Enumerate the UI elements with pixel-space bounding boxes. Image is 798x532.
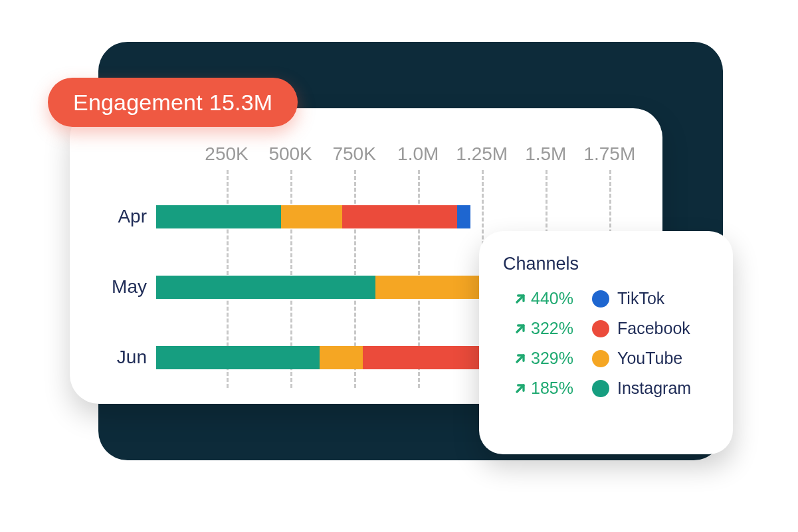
bar-row: Apr: [76, 203, 648, 230]
legend-percent: 185%: [531, 379, 587, 398]
x-tick-label: 250K: [205, 143, 248, 165]
engagement-badge-value: 15.3M: [209, 90, 273, 116]
category-label: Apr: [76, 206, 156, 227]
legend-percent: 440%: [531, 289, 587, 308]
x-tick-label: 1.0M: [397, 143, 439, 165]
bar-segment-facebook: [342, 205, 457, 228]
legend-percent: 322%: [531, 319, 587, 338]
category-label: May: [76, 276, 156, 298]
bar-segment-youtube: [320, 346, 363, 369]
x-tick-label: 500K: [268, 143, 312, 165]
legend-name: TikTok: [617, 289, 664, 308]
engagement-badge: Engagement 15.3M: [48, 78, 298, 127]
legend-swatch: [592, 350, 609, 367]
legend-item-facebook: 322%Facebook: [514, 319, 709, 338]
trend-up-icon: [514, 352, 527, 365]
bar-segment-instagram: [156, 205, 281, 228]
legend-swatch: [592, 320, 609, 337]
bar-segment-youtube: [281, 205, 342, 228]
x-tick-label: 750K: [332, 143, 375, 165]
trend-up-icon: [514, 292, 527, 306]
legend-item-youtube: 329%YouTube: [514, 349, 709, 368]
legend-title: Channels: [503, 254, 709, 274]
trend-up-icon: [514, 322, 527, 335]
x-tick-label: 1.75M: [583, 143, 635, 165]
legend-percent: 329%: [531, 349, 587, 368]
legend-name: Instagram: [617, 379, 691, 398]
bar-segment-instagram: [156, 276, 375, 299]
legend-name: Facebook: [617, 319, 690, 338]
legend-item-tiktok: 440%TikTok: [514, 289, 709, 308]
channels-legend-card: Channels 440%TikTok322%Facebook329%YouTu…: [479, 231, 733, 454]
legend-swatch: [592, 290, 609, 308]
bar-segment-tiktok: [457, 205, 470, 228]
category-label: Jun: [76, 347, 156, 368]
bar-segment-instagram: [156, 346, 320, 369]
legend-name: YouTube: [617, 349, 682, 368]
x-tick-label: 1.25M: [456, 143, 508, 165]
x-tick-label: 1.5M: [525, 143, 566, 165]
legend-item-instagram: 185%Instagram: [514, 379, 709, 398]
bar-wrap: [156, 205, 648, 228]
legend-swatch: [592, 380, 609, 397]
trend-up-icon: [514, 382, 527, 395]
engagement-badge-label: Engagement: [73, 90, 203, 116]
